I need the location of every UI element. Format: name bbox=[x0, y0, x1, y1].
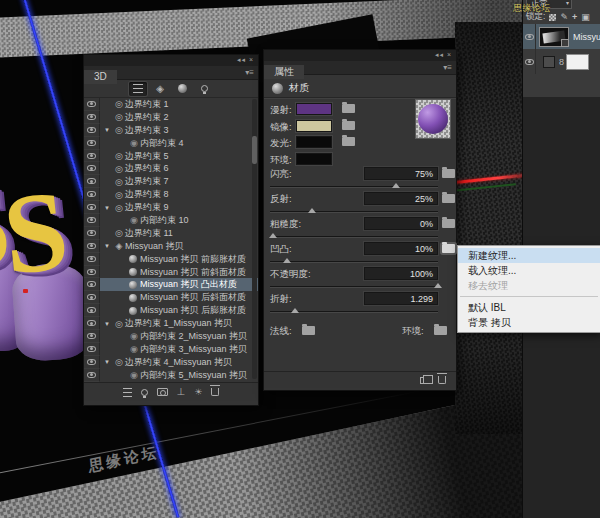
slider-thumb[interactable] bbox=[434, 283, 442, 288]
slider-thumb[interactable] bbox=[291, 308, 299, 313]
slider-thumb[interactable] bbox=[283, 258, 291, 263]
caret-icon[interactable]: ▼ bbox=[104, 321, 113, 327]
texture-folder-icon[interactable] bbox=[442, 169, 455, 178]
tree-row-body[interactable]: ◉内部约束 3_Missyuan 拷贝 bbox=[100, 343, 258, 356]
caret-icon[interactable]: ▼ bbox=[104, 243, 113, 249]
layer-name[interactable]: Missyuan bbox=[573, 32, 600, 42]
tree-row-body[interactable]: ◎边界约束 5 bbox=[100, 150, 258, 163]
delete-icon[interactable] bbox=[438, 376, 446, 384]
layer-row[interactable]: 8 bbox=[523, 49, 600, 74]
tree-row-body[interactable]: Missyuan 拷贝 前膨胀材质 bbox=[100, 253, 258, 266]
slider-track[interactable] bbox=[270, 211, 438, 212]
texture-folder-icon[interactable] bbox=[342, 121, 355, 130]
visibility-toggle[interactable] bbox=[84, 162, 100, 175]
visibility-toggle[interactable] bbox=[84, 330, 100, 343]
texture-folder-icon[interactable] bbox=[342, 137, 355, 146]
close-panel-icon[interactable]: × bbox=[249, 56, 254, 63]
tree-row[interactable]: Missyuan 拷贝 后斜面材质 bbox=[84, 291, 258, 304]
panel-menu-icon[interactable]: ▾≡ bbox=[245, 68, 254, 77]
environment-light-icon[interactable]: ☀ bbox=[194, 388, 202, 397]
slider-value-field[interactable]: 0% bbox=[364, 217, 438, 230]
duplicate-icon[interactable] bbox=[420, 377, 428, 384]
color-swatch[interactable] bbox=[296, 153, 332, 165]
panel-menu-icon[interactable]: ▾≡ bbox=[443, 63, 452, 72]
tree-row-body[interactable]: ▼◎边界约束 1_Missyuan 拷贝 bbox=[100, 317, 258, 330]
tree-row[interactable]: ◎边界约束 8 bbox=[84, 188, 258, 201]
layer-row-selected[interactable]: Missyuan bbox=[523, 24, 600, 49]
menu-item[interactable]: 新建纹理... bbox=[458, 248, 600, 263]
filter-whole-scene-button[interactable] bbox=[129, 82, 147, 96]
visibility-toggle[interactable] bbox=[84, 356, 100, 369]
visibility-toggle[interactable] bbox=[84, 291, 100, 304]
filter-meshes-button[interactable]: ◈ bbox=[151, 82, 169, 96]
color-swatch[interactable] bbox=[296, 103, 332, 115]
collapse-panel-icon[interactable]: ◂◂ bbox=[237, 56, 246, 63]
visibility-toggle[interactable] bbox=[84, 124, 100, 137]
tree-row[interactable]: ◎边界约束 1 bbox=[84, 98, 258, 111]
tree-row[interactable]: ◉内部约束 2_Missyuan 拷贝 bbox=[84, 330, 258, 343]
visibility-toggle[interactable] bbox=[84, 111, 100, 124]
tree-row[interactable]: ◎边界约束 2 bbox=[84, 111, 258, 124]
visibility-toggle[interactable] bbox=[84, 240, 100, 253]
layer-thumbnail[interactable] bbox=[543, 56, 555, 68]
layer-visibility-toggle[interactable] bbox=[523, 49, 536, 74]
tree-row[interactable]: ◎边界约束 6 bbox=[84, 162, 258, 175]
tab-3d[interactable]: 3D bbox=[84, 70, 117, 84]
filter-lights-button[interactable] bbox=[195, 82, 213, 96]
visibility-toggle[interactable] bbox=[84, 253, 100, 266]
tree-row[interactable]: ◎边界约束 11 bbox=[84, 227, 258, 240]
tree-row[interactable]: ◉内部约束 4 bbox=[84, 137, 258, 150]
tree-row-body[interactable]: ◉内部约束 2_Missyuan 拷贝 bbox=[100, 330, 258, 343]
ground-plane-icon[interactable]: ⊥ bbox=[177, 387, 186, 397]
visibility-toggle[interactable] bbox=[84, 98, 100, 111]
new-light-icon[interactable] bbox=[141, 389, 148, 396]
lock-all-icon[interactable]: ▣ bbox=[581, 13, 590, 22]
slider-thumb[interactable] bbox=[308, 208, 316, 213]
visibility-toggle[interactable] bbox=[84, 317, 100, 330]
visibility-toggle[interactable] bbox=[84, 201, 100, 214]
collapse-panel-icon[interactable]: ◂◂ bbox=[435, 51, 444, 58]
normal-texture-folder-icon[interactable] bbox=[302, 326, 315, 335]
filter-materials-button[interactable] bbox=[173, 82, 191, 96]
menu-item[interactable]: 载入纹理... bbox=[458, 263, 600, 278]
close-panel-icon[interactable]: × bbox=[447, 51, 452, 58]
tree-row[interactable]: ◎边界约束 7 bbox=[84, 175, 258, 188]
tree-row[interactable]: ▼◎边界约束 3 bbox=[84, 124, 258, 137]
tree-row-body[interactable]: Missyuan 拷贝 后斜面材质 bbox=[100, 291, 258, 304]
delete-icon[interactable] bbox=[211, 388, 219, 396]
slider-value-field[interactable]: 75% bbox=[364, 167, 438, 180]
tree-row-body[interactable]: ▼◎边界约束 3 bbox=[100, 124, 258, 137]
slider-value-field[interactable]: 1.299 bbox=[364, 292, 438, 305]
tree-row[interactable]: Missyuan 拷贝 凸出材质 bbox=[84, 278, 258, 291]
tree-row-body[interactable]: ◎边界约束 1 bbox=[100, 98, 258, 111]
texture-folder-icon[interactable] bbox=[342, 104, 355, 113]
visibility-toggle[interactable] bbox=[84, 266, 100, 279]
tree-row[interactable]: ◎边界约束 5 bbox=[84, 150, 258, 163]
tree-row[interactable]: Missyuan 拷贝 前斜面材质 bbox=[84, 266, 258, 279]
scrollbar-thumb[interactable] bbox=[252, 136, 257, 164]
texture-folder-icon[interactable] bbox=[442, 244, 455, 253]
environment-texture-folder-icon[interactable] bbox=[434, 326, 447, 335]
menu-item[interactable]: 默认 IBL bbox=[458, 300, 600, 315]
visibility-toggle[interactable] bbox=[84, 150, 100, 163]
tree-row-body[interactable]: Missyuan 拷贝 前斜面材质 bbox=[100, 266, 258, 279]
color-swatch[interactable] bbox=[296, 136, 332, 148]
tree-row-body[interactable]: Missyuan 拷贝 凸出材质 bbox=[100, 278, 258, 291]
slider-track[interactable] bbox=[270, 236, 438, 237]
texture-folder-icon[interactable] bbox=[442, 219, 455, 228]
visibility-toggle[interactable] bbox=[84, 278, 100, 291]
slider-track[interactable] bbox=[270, 186, 438, 187]
tree-row[interactable]: Missyuan 拷贝 前膨胀材质 bbox=[84, 253, 258, 266]
lock-paint-icon[interactable]: ✎ bbox=[560, 13, 568, 22]
visibility-toggle[interactable] bbox=[84, 188, 100, 201]
slider-value-field[interactable]: 25% bbox=[364, 192, 438, 205]
tree-row[interactable]: ▼◎边界约束 9 bbox=[84, 201, 258, 214]
caret-icon[interactable]: ▼ bbox=[104, 359, 113, 365]
menu-item[interactable]: 背景 拷贝 bbox=[458, 315, 600, 330]
slider-value-field[interactable]: 100% bbox=[364, 267, 438, 280]
visibility-toggle[interactable] bbox=[84, 227, 100, 240]
tree-row-body[interactable]: ▼◎边界约束 9 bbox=[100, 201, 258, 214]
tree-row-body[interactable]: ◉内部约束 5_Missyuan 拷贝 bbox=[100, 369, 258, 382]
visibility-toggle[interactable] bbox=[84, 304, 100, 317]
visibility-toggle[interactable] bbox=[84, 175, 100, 188]
